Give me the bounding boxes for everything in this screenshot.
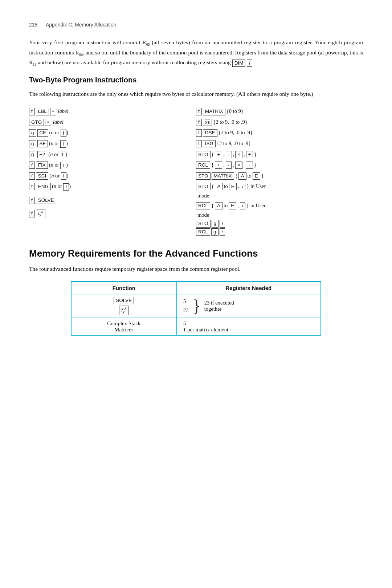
xs-range: {2 to 9, .0 to .9} bbox=[213, 117, 247, 127]
instr-g-cf: g CF (n or I) bbox=[29, 128, 196, 138]
i-parens-key2: i bbox=[240, 202, 245, 209]
i-key4: I bbox=[60, 162, 66, 169]
intro-paragraph: Your very first program instruction will… bbox=[29, 38, 363, 68]
f-key6: f bbox=[29, 210, 35, 217]
isg-key: ISG bbox=[203, 140, 216, 147]
instr-g-f?: g F? (n or I) bbox=[29, 150, 196, 160]
g-key3: g bbox=[29, 151, 36, 158]
g-key-r: g bbox=[212, 220, 219, 227]
f-key-r3: f bbox=[196, 129, 202, 136]
instr-f-isg: f ISG {2 to 9, .0 to .9} bbox=[196, 139, 363, 149]
times-key2: × bbox=[235, 162, 242, 169]
table-cell-registers-solve: 5 23 } 23 if executedtogether bbox=[176, 294, 321, 318]
i-key1: I bbox=[61, 130, 66, 137]
minus-key2: - bbox=[226, 162, 232, 169]
dot-key: • bbox=[50, 108, 56, 115]
page-header: 218 Appendix C: Memory Allocation bbox=[29, 22, 363, 28]
f-key2: f bbox=[29, 162, 35, 169]
f-key-r1: f bbox=[196, 108, 202, 115]
instructions-list: f LBL • label GTO • label g CF (n or I) … bbox=[29, 106, 363, 236]
instr-f-matrix: f MATRIX {0 to 9} bbox=[196, 106, 363, 117]
div-key: ÷ bbox=[246, 151, 253, 158]
instr-f-dse: f DSE {2 to 9, .0 to .9} bbox=[196, 128, 363, 138]
sto-key4: STO bbox=[196, 220, 211, 227]
cf-key: CF bbox=[37, 129, 48, 136]
label-text2: label bbox=[52, 117, 64, 127]
i-key2: I bbox=[60, 140, 66, 148]
table-cell-function-complex: Complex StackMatrices bbox=[71, 318, 176, 336]
n-or-i-5: (n or I) bbox=[49, 171, 68, 181]
f-key4: f bbox=[29, 183, 35, 190]
matrix-range: {0 to 9} bbox=[226, 106, 244, 117]
fyx-key-table: fyx bbox=[119, 306, 128, 315]
instr-f-fix: f FIX (n or I) bbox=[29, 160, 196, 170]
plus-key: + bbox=[215, 151, 222, 158]
g-key2: g bbox=[29, 140, 36, 147]
instr-f-xs: f xs {2 to 9, .0 to .9} bbox=[196, 117, 363, 127]
section1-description: The following instructions are the only … bbox=[29, 89, 363, 99]
instr-sto-matrix: STO MATRIX {A to E} bbox=[196, 171, 363, 181]
lbl-key: LBL bbox=[36, 108, 49, 115]
table-cell-registers-complex: 51 per matrix element bbox=[176, 318, 321, 336]
n-or-i-2: (n or I) bbox=[49, 139, 68, 149]
instr-f-sci: f SCI (n or I) bbox=[29, 171, 196, 181]
eng-key: ENG bbox=[36, 183, 51, 190]
a-key1: A bbox=[238, 172, 246, 180]
i-key5: I bbox=[61, 172, 67, 180]
instr-f-fyx: f fyx bbox=[29, 209, 196, 218]
instr-rcl-ops: RCL {+, -, ×, ÷} bbox=[196, 160, 363, 170]
section2-title: Memory Requirements for the Advanced Fun… bbox=[29, 248, 363, 259]
f-key-r4: f bbox=[196, 140, 202, 147]
f-key-r2: f bbox=[196, 119, 202, 126]
solve-key-table: SOLVE bbox=[114, 297, 134, 304]
instr-sto-ops: STO {+, -, ×, ÷} bbox=[196, 150, 363, 160]
table-row-complex: Complex StackMatrices 51 per matrix elem… bbox=[71, 318, 321, 336]
table-row-solve: SOLVE fyx 5 23 } 23 if executedtogether bbox=[71, 294, 321, 318]
instr-rcl-user: RCL {A to E, i} in User bbox=[196, 201, 363, 211]
f?-key: F? bbox=[37, 151, 48, 158]
f-key5: f bbox=[29, 197, 35, 204]
f-key: f bbox=[29, 108, 35, 115]
g-key1: g bbox=[29, 129, 36, 136]
dse-range: {2 to 9, .0 to .9} bbox=[219, 128, 253, 138]
dse-key: DSE bbox=[203, 129, 217, 136]
rcl-key2: RCL bbox=[196, 202, 210, 209]
times-key: × bbox=[235, 151, 242, 158]
i-parens-key3: i bbox=[220, 220, 225, 227]
i-key6: I bbox=[63, 183, 69, 191]
g-key-r2: g bbox=[211, 228, 219, 236]
instr-rcl-user-mode: mode bbox=[196, 210, 363, 220]
minus-key: - bbox=[226, 151, 232, 158]
n-or-i-3: (n or I) bbox=[48, 150, 67, 160]
instr-sto-user-mode: mode bbox=[196, 191, 363, 201]
a-key2: A bbox=[215, 183, 222, 190]
fix-key: FIX bbox=[36, 162, 48, 169]
sto-key2: STO bbox=[196, 172, 211, 180]
fyx-key: fyx bbox=[36, 209, 45, 218]
instr-gto: GTO • label bbox=[29, 117, 196, 127]
e-key3: E bbox=[229, 202, 236, 209]
section1-title: Two-Byte Program Instructions bbox=[29, 76, 363, 84]
n-or-i-6: (n or I) bbox=[52, 181, 71, 192]
sf-key: SF bbox=[37, 140, 48, 147]
n-or-i-4: (n or I) bbox=[49, 160, 68, 170]
label-text: label bbox=[57, 106, 69, 117]
table-header-registers: Registers Needed bbox=[176, 282, 321, 294]
isg-range: {2 to 9, .0 to .9} bbox=[217, 139, 251, 149]
sto-key1: STO bbox=[196, 151, 211, 158]
sci-key: SCI bbox=[36, 172, 49, 180]
e-key1: E bbox=[253, 172, 260, 180]
gto-key: GTO bbox=[29, 119, 44, 126]
page-title: Appendix C: Memory Allocation bbox=[46, 22, 117, 28]
dot-key2: • bbox=[45, 119, 51, 126]
memory-table: Function Registers Needed SOLVE fyx 5 23… bbox=[71, 281, 321, 336]
section2-description: The four advanced functions require temp… bbox=[29, 264, 363, 274]
i-parens-key1: i bbox=[240, 183, 245, 190]
sto-key3: STO bbox=[196, 183, 211, 190]
instr-f-solve: f SOLVE bbox=[29, 197, 196, 204]
i-parens-key4: i bbox=[220, 228, 225, 236]
div-key2: ÷ bbox=[246, 162, 253, 169]
xs-key: xs bbox=[203, 119, 212, 126]
table-header-function: Function bbox=[71, 282, 176, 294]
i-key-parens: i bbox=[247, 60, 252, 67]
